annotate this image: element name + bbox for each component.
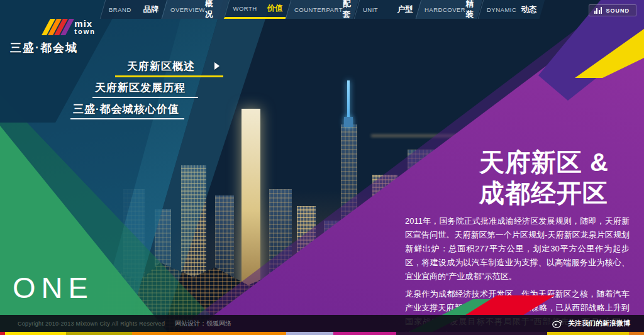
bottom-stripe — [0, 332, 644, 335]
weibo-link[interactable]: 关注我们的新浪微博 — [552, 315, 630, 332]
nav-zh-label: 概况 — [205, 0, 220, 20]
stripe-segment — [132, 332, 286, 335]
nav-zh-label: 品牌 — [143, 4, 158, 15]
stripe-segment — [629, 332, 644, 335]
sidebar-underline — [70, 118, 184, 119]
stripe-segment — [5, 332, 66, 335]
nav-en-label: BRAND — [109, 6, 131, 13]
logo-mark: mix town — [10, 14, 96, 35]
sidebar-item-overview[interactable]: 天府新区概述 — [127, 59, 195, 74]
nav-item-worth[interactable]: WORTH价值 — [224, 0, 291, 19]
nav-zh-label: 户型 — [397, 4, 413, 15]
stripe-segment — [333, 332, 396, 335]
nav-item-dynamic[interactable]: DYNAMIC动态 — [477, 0, 545, 19]
logo-text-mix: mix — [74, 19, 92, 28]
nav-en-label: OVERVIEW — [170, 6, 205, 13]
stripe-segment — [396, 332, 547, 335]
logo-wordmark: mix town — [74, 19, 96, 35]
stripe-segment — [0, 332, 5, 335]
nav-en-label: UNIT — [363, 6, 378, 13]
sidebar-underline — [92, 97, 198, 98]
nav-item-brand[interactable]: BRAND品牌 — [100, 0, 167, 19]
nav-item-hardcover[interactable]: HARDCOVER精装 — [416, 0, 483, 19]
page: mix town 三盛·都会城 BRAND品牌 OVERVIEW概况 WORTH… — [0, 0, 644, 335]
top-nav: BRAND品牌 OVERVIEW概况 WORTH价值 COUNTERPART配套… — [103, 0, 542, 19]
section-title: 天府新区 & 成都经开区 — [479, 147, 609, 209]
stripe-segment — [66, 332, 132, 335]
sound-button[interactable]: SOUND — [589, 4, 636, 16]
nav-zh-label: 配套 — [343, 0, 351, 20]
weibo-icon — [552, 319, 563, 328]
section-index-label: ONE — [13, 270, 94, 305]
sidebar-item-history[interactable]: 天府新区发展历程 — [95, 80, 186, 95]
nav-zh-label: 价值 — [267, 3, 283, 14]
nav-zh-label: 动态 — [521, 4, 536, 15]
section-title-line2: 成都经开区 — [479, 178, 609, 209]
sidebar-item-core-value[interactable]: 三盛·都会城核心价值 — [73, 102, 179, 116]
nav-zh-label: 精装 — [465, 0, 474, 20]
nav-item-counterpart[interactable]: COUNTERPART配套 — [286, 0, 359, 19]
nav-en-label: COUNTERPART — [294, 6, 343, 13]
paragraph-1: 2011年，国务院正式批准成渝经济区发展规则，随即，天府新区宣告问世。天府新区第… — [405, 214, 630, 283]
nav-item-overview[interactable]: OVERVIEW概况 — [162, 0, 229, 19]
nav-en-label: WORTH — [233, 5, 257, 12]
footer-bar: Copyright 2010-2013 Mixtown City All Rig… — [0, 315, 644, 332]
sound-label: SOUND — [606, 8, 630, 14]
equalizer-icon — [594, 7, 602, 14]
active-item-arrow-icon — [214, 62, 219, 70]
logo-name: 三盛·都会城 — [10, 40, 111, 55]
weibo-label: 关注我们的新浪微博 — [568, 319, 630, 328]
site-logo[interactable]: mix town 三盛·都会城 — [10, 14, 111, 55]
logo-text-town: town — [74, 28, 96, 35]
sidebar-underline-active — [115, 75, 223, 77]
antenna-light — [347, 80, 350, 127]
nav-item-unit[interactable]: UNIT户型 — [353, 0, 421, 19]
stripe-segment — [286, 332, 333, 335]
nav-en-label: HARDCOVER — [425, 6, 465, 13]
nav-en-label: DYNAMIC — [487, 6, 516, 13]
copyright-text: Copyright 2010-2013 Mixtown City All Rig… — [18, 321, 165, 327]
design-credit: 网站设计：锐狐网络 — [175, 319, 231, 328]
stripe-segment — [547, 332, 629, 335]
section-title-line1: 天府新区 & — [479, 147, 609, 178]
